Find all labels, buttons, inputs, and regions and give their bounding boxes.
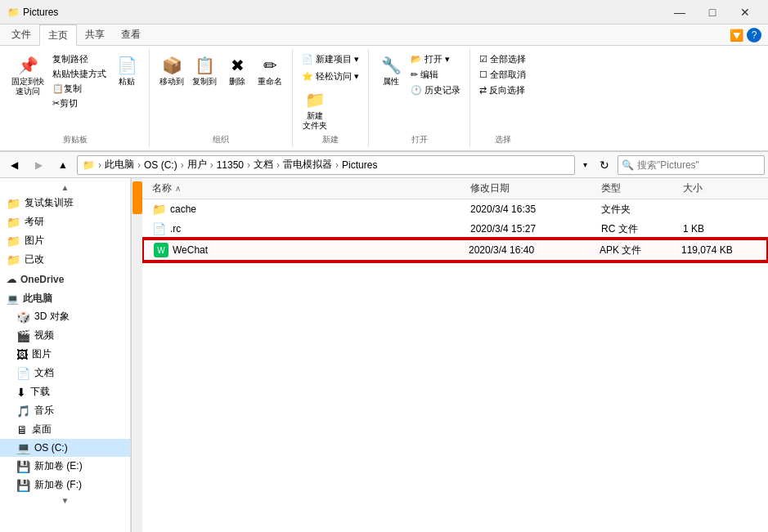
sort-arrow-icon: ∧ <box>175 184 181 193</box>
breadcrumb-11350[interactable]: 11350 <box>217 159 244 171</box>
select-items: ☑ 全部选择 ☐ 全部取消 ⇄ 反向选择 <box>477 51 528 132</box>
breadcrumb-documents[interactable]: 文档 <box>254 158 273 172</box>
ribbon: 文件 主页 共享 查看 🔽 ? 📌 固定到快速访问 复制路径 粘 <box>0 25 768 152</box>
search-input[interactable] <box>637 159 761 171</box>
rc-file-icon: 📄 <box>152 222 166 235</box>
folder-icon: 📁 <box>7 197 20 210</box>
sidebar-item-training[interactable]: 📁 复试集训班 <box>0 194 130 212</box>
sidebar-item-research[interactable]: 📁 考研 <box>0 212 130 231</box>
ribbon-collapse-icon[interactable]: 🔽 <box>730 29 743 42</box>
sidebar-item-pictures[interactable]: 📁 图片 <box>0 231 130 250</box>
sidebar-item-label: 新加卷 (F:) <box>34 478 82 492</box>
sidebar-item-pic[interactable]: 🖼 图片 <box>0 345 130 364</box>
invert-selection-button[interactable]: ⇄ 反向选择 <box>477 83 528 97</box>
breadcrumb-emulator[interactable]: 雷电模拟器 <box>283 158 332 172</box>
sidebar-item-desktop[interactable]: 🖥 桌面 <box>0 420 130 439</box>
path-dropdown-button[interactable]: ▾ <box>578 155 591 175</box>
paste-button[interactable]: 📄 粘贴 <box>111 52 142 88</box>
music-icon: 🎵 <box>16 405 30 418</box>
maximize-button[interactable]: □ <box>696 0 729 25</box>
copy-path-button[interactable]: 复制路径 <box>49 52 110 66</box>
move-to-button[interactable]: 📦 移动到 <box>156 52 187 88</box>
file-name: .rc <box>170 223 181 235</box>
tab-home[interactable]: 主页 <box>39 25 77 46</box>
scroll-down-icon[interactable]: ▼ <box>61 496 70 505</box>
title-controls: — □ ✕ <box>663 0 761 25</box>
sidebar-item-label: 桌面 <box>32 422 52 436</box>
refresh-button[interactable]: ↻ <box>595 155 614 175</box>
edit-icon: ✏ <box>411 69 418 80</box>
open-items: 🔧 属性 📂 打开 ▾ ✏ 编辑 🕐 历史记录 <box>375 51 463 132</box>
properties-button[interactable]: 🔧 属性 <box>375 52 406 88</box>
title-bar: 📁 Pictures — □ ✕ <box>0 0 768 25</box>
edit-button[interactable]: ✏ 编辑 <box>408 68 463 82</box>
forward-button[interactable]: ▶ <box>28 155 49 175</box>
window-title: Pictures <box>23 7 58 18</box>
breadcrumb-pictures[interactable]: Pictures <box>342 159 377 171</box>
sidebar-item-drive-e[interactable]: 💾 新加卷 (E:) <box>0 457 130 476</box>
new-folder-icon: 📁 <box>303 88 326 111</box>
scroll-up-icon[interactable]: ▲ <box>61 183 70 192</box>
copy-to-button[interactable]: 📋 复制到 <box>189 52 220 88</box>
select-none-button[interactable]: ☐ 全部取消 <box>477 68 528 82</box>
copy-button[interactable]: 📋 复制 <box>49 82 110 96</box>
help-icon[interactable]: ? <box>747 28 761 42</box>
paste-shortcut-button[interactable]: 粘贴快捷方式 <box>49 67 110 81</box>
col-modified-header[interactable]: 修改日期 <box>467 180 598 197</box>
sidebar-this-pc[interactable]: 💻 此电脑 <box>0 287 130 307</box>
close-button[interactable]: ✕ <box>729 0 761 25</box>
scrollbar-thumb[interactable] <box>132 181 142 214</box>
rename-button[interactable]: ✏ 重命名 <box>254 52 285 88</box>
history-button[interactable]: 🕐 历史记录 <box>408 83 463 97</box>
breadcrumb-users[interactable]: 用户 <box>187 158 207 172</box>
breadcrumb-this-pc[interactable]: 此电脑 <box>105 158 134 172</box>
file-name-cell: 📄 .rc <box>149 221 467 236</box>
tab-share[interactable]: 共享 <box>77 25 113 45</box>
sidebar-item-drive-f[interactable]: 💾 新加卷 (F:) <box>0 476 130 494</box>
sidebar-item-music[interactable]: 🎵 音乐 <box>0 401 130 420</box>
ribbon-content: 📌 固定到快速访问 复制路径 粘贴快捷方式 📋 复制 ✂ <box>0 46 768 151</box>
drive-icon: 💻 <box>16 441 30 454</box>
col-name-header[interactable]: 名称 ∧ <box>149 180 467 197</box>
copy-to-icon: 📋 <box>193 54 216 77</box>
move-icon: 📦 <box>160 54 183 77</box>
tab-view[interactable]: 查看 <box>113 25 149 45</box>
sidebar-scrollbar[interactable] <box>131 178 142 532</box>
sidebar-item-os-c[interactable]: 💻 OS (C:) <box>0 439 130 457</box>
col-type-header[interactable]: 类型 <box>598 180 680 197</box>
up-button[interactable]: ▲ <box>52 155 74 175</box>
file-modified-cell: 2020/3/4 16:35 <box>467 203 598 216</box>
table-row[interactable]: W WeChat 2020/3/4 16:40 APK 文件 119,074 K… <box>142 239 768 262</box>
table-row[interactable]: 📁 cache 2020/3/4 16:35 文件夹 <box>142 199 768 219</box>
sidebar-item-video[interactable]: 🎬 视频 <box>0 326 130 345</box>
delete-button[interactable]: ✖ 删除 <box>222 52 253 88</box>
search-icon: 🔍 <box>622 159 634 171</box>
new-item-button[interactable]: 📄 新建项目 ▾ <box>299 52 362 66</box>
scroll-down-area: ▼ <box>0 494 130 507</box>
address-path[interactable]: 📁 › 此电脑 › OS (C:) › 用户 › 11350 › 文档 › 雷电… <box>77 155 575 175</box>
folder-icon: 📁 <box>7 253 20 266</box>
sidebar-item-docs[interactable]: 📄 文档 <box>0 364 130 382</box>
select-all-button[interactable]: ☑ 全部选择 <box>477 52 528 66</box>
docs-icon: 📄 <box>16 367 30 380</box>
back-button[interactable]: ◀ <box>3 155 25 175</box>
minimize-button[interactable]: — <box>663 0 696 25</box>
new-folder-button[interactable]: 📁 新建文件夹 <box>299 87 330 132</box>
easy-access-button[interactable]: ⭐ 轻松访问 ▾ <box>299 69 362 83</box>
pin-quick-access-button[interactable]: 📌 固定到快速访问 <box>8 52 47 98</box>
sidebar-onedrive[interactable]: ☁ OneDrive <box>0 269 130 287</box>
sidebar-item-downloads[interactable]: ⬇ 下载 <box>0 382 130 401</box>
open-button[interactable]: 📂 打开 ▾ <box>408 52 463 66</box>
cut-button[interactable]: ✂ 剪切 <box>49 96 110 110</box>
col-size-header[interactable]: 大小 <box>680 180 761 197</box>
table-row[interactable]: 📄 .rc 2020/3/4 15:27 RC 文件 1 KB <box>142 219 768 239</box>
sidebar-item-modified[interactable]: 📁 已改 <box>0 250 130 269</box>
paste-icon: 📄 <box>115 54 138 77</box>
breadcrumb-os-c[interactable]: OS (C:) <box>144 159 177 171</box>
search-box[interactable]: 🔍 <box>618 155 765 175</box>
sidebar-item-3d[interactable]: 🎲 3D 对象 <box>0 307 130 326</box>
tab-file[interactable]: 文件 <box>3 25 39 45</box>
sidebar-item-label: 图片 <box>32 347 52 361</box>
ribbon-group-new: 📄 新建项目 ▾ ⭐ 轻松访问 ▾ 📁 新建文件夹 新建 <box>293 49 369 147</box>
rename-icon: ✏ <box>258 54 281 77</box>
